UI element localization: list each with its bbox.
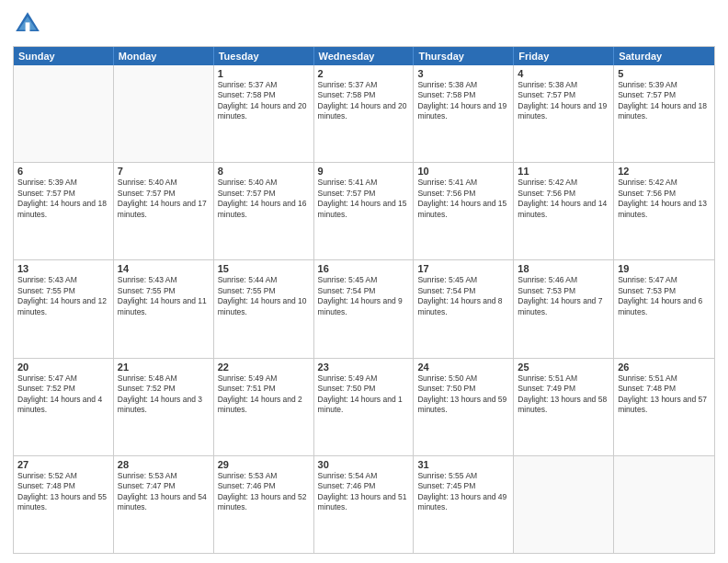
day-number: 5 [618,68,711,79]
calendar-cell-4-5 [514,456,614,553]
day-info: Sunrise: 5:37 AMSunset: 7:58 PMDaylight:… [318,80,410,122]
day-number: 10 [417,166,509,177]
calendar-cell-1-1: 7Sunrise: 5:40 AMSunset: 7:57 PMDaylight… [114,163,214,259]
calendar-cell-3-4: 24Sunrise: 5:50 AMSunset: 7:50 PMDayligh… [414,359,514,455]
day-info: Sunrise: 5:51 AMSunset: 7:49 PMDaylight:… [518,373,609,416]
calendar-cell-3-2: 22Sunrise: 5:49 AMSunset: 7:51 PMDayligh… [214,359,314,455]
day-info: Sunrise: 5:45 AMSunset: 7:54 PMDaylight:… [417,275,509,317]
header-day-saturday: Saturday [614,47,714,65]
day-info: Sunrise: 5:42 AMSunset: 7:56 PMDaylight:… [618,178,711,220]
calendar-header: SundayMondayTuesdayWednesdayThursdayFrid… [14,47,714,65]
day-info: Sunrise: 5:40 AMSunset: 7:57 PMDaylight:… [218,178,310,220]
day-info: Sunrise: 5:49 AMSunset: 7:50 PMDaylight:… [318,373,410,416]
calendar-cell-2-5: 18Sunrise: 5:46 AMSunset: 7:53 PMDayligh… [514,260,614,357]
day-number: 4 [518,68,609,79]
day-number: 1 [218,68,310,79]
day-number: 2 [318,68,410,79]
calendar-cell-1-5: 11Sunrise: 5:42 AMSunset: 7:56 PMDayligh… [514,163,614,259]
calendar-cell-0-5: 4Sunrise: 5:38 AMSunset: 7:57 PMDaylight… [514,65,614,162]
day-info: Sunrise: 5:51 AMSunset: 7:48 PMDaylight:… [618,373,711,416]
header-day-monday: Monday [114,47,214,65]
day-number: 21 [118,362,210,373]
day-info: Sunrise: 5:54 AMSunset: 7:46 PMDaylight:… [318,471,410,513]
day-number: 7 [118,166,210,177]
calendar-cell-0-4: 3Sunrise: 5:38 AMSunset: 7:58 PMDaylight… [414,65,514,162]
day-info: Sunrise: 5:52 AMSunset: 7:48 PMDaylight:… [17,471,109,513]
day-info: Sunrise: 5:45 AMSunset: 7:54 PMDaylight:… [318,275,410,317]
header-day-friday: Friday [514,47,614,65]
logo-icon [13,9,42,39]
calendar-cell-3-1: 21Sunrise: 5:48 AMSunset: 7:52 PMDayligh… [114,359,214,455]
day-info: Sunrise: 5:47 AMSunset: 7:53 PMDaylight:… [618,275,711,317]
day-number: 22 [218,362,310,373]
calendar-cell-2-3: 16Sunrise: 5:45 AMSunset: 7:54 PMDayligh… [314,260,415,357]
calendar-cell-2-1: 14Sunrise: 5:43 AMSunset: 7:55 PMDayligh… [114,260,214,357]
calendar-row-0: 1Sunrise: 5:37 AMSunset: 7:58 PMDaylight… [14,65,714,162]
day-number: 14 [118,263,210,274]
day-info: Sunrise: 5:49 AMSunset: 7:51 PMDaylight:… [218,373,310,416]
day-info: Sunrise: 5:48 AMSunset: 7:52 PMDaylight:… [118,373,210,416]
day-number: 30 [318,459,410,470]
calendar-cell-4-4: 31Sunrise: 5:55 AMSunset: 7:45 PMDayligh… [414,456,514,553]
page: SundayMondayTuesdayWednesdayThursdayFrid… [0,0,728,563]
day-number: 27 [17,459,109,470]
day-info: Sunrise: 5:53 AMSunset: 7:47 PMDaylight:… [118,471,210,513]
day-number: 12 [618,166,711,177]
day-number: 8 [218,166,310,177]
day-number: 9 [318,166,410,177]
day-info: Sunrise: 5:46 AMSunset: 7:53 PMDaylight:… [518,275,609,317]
day-number: 28 [118,459,210,470]
calendar-cell-1-6: 12Sunrise: 5:42 AMSunset: 7:56 PMDayligh… [614,163,714,259]
day-info: Sunrise: 5:41 AMSunset: 7:57 PMDaylight:… [318,178,410,220]
calendar: SundayMondayTuesdayWednesdayThursdayFrid… [13,46,715,554]
header-day-tuesday: Tuesday [214,47,314,65]
day-info: Sunrise: 5:44 AMSunset: 7:55 PMDaylight:… [218,275,310,317]
calendar-cell-1-3: 9Sunrise: 5:41 AMSunset: 7:57 PMDaylight… [314,163,415,259]
day-info: Sunrise: 5:50 AMSunset: 7:50 PMDaylight:… [417,373,509,416]
day-number: 11 [518,166,609,177]
calendar-cell-4-2: 29Sunrise: 5:53 AMSunset: 7:46 PMDayligh… [214,456,314,553]
day-number: 20 [17,362,109,373]
day-info: Sunrise: 5:43 AMSunset: 7:55 PMDaylight:… [17,275,109,317]
svg-rect-2 [26,22,30,31]
day-number: 31 [417,459,509,470]
day-info: Sunrise: 5:39 AMSunset: 7:57 PMDaylight:… [17,178,109,220]
day-number: 23 [318,362,410,373]
calendar-cell-1-2: 8Sunrise: 5:40 AMSunset: 7:57 PMDaylight… [214,163,314,259]
calendar-row-4: 27Sunrise: 5:52 AMSunset: 7:48 PMDayligh… [14,455,714,553]
day-number: 24 [417,362,509,373]
calendar-row-2: 13Sunrise: 5:43 AMSunset: 7:55 PMDayligh… [14,259,714,357]
day-info: Sunrise: 5:47 AMSunset: 7:52 PMDaylight:… [17,373,109,416]
day-info: Sunrise: 5:38 AMSunset: 7:57 PMDaylight:… [518,80,609,122]
day-number: 13 [17,263,109,274]
day-number: 16 [318,263,410,274]
calendar-cell-4-3: 30Sunrise: 5:54 AMSunset: 7:46 PMDayligh… [314,456,415,553]
calendar-cell-4-1: 28Sunrise: 5:53 AMSunset: 7:47 PMDayligh… [114,456,214,553]
day-number: 26 [618,362,711,373]
calendar-cell-4-0: 27Sunrise: 5:52 AMSunset: 7:48 PMDayligh… [14,456,114,553]
header-day-sunday: Sunday [14,47,114,65]
day-number: 19 [618,263,711,274]
calendar-cell-0-0 [14,65,114,162]
calendar-cell-2-0: 13Sunrise: 5:43 AMSunset: 7:55 PMDayligh… [14,260,114,357]
calendar-row-3: 20Sunrise: 5:47 AMSunset: 7:52 PMDayligh… [14,358,714,455]
calendar-cell-1-0: 6Sunrise: 5:39 AMSunset: 7:57 PMDaylight… [14,163,114,259]
calendar-cell-0-2: 1Sunrise: 5:37 AMSunset: 7:58 PMDaylight… [214,65,314,162]
day-info: Sunrise: 5:37 AMSunset: 7:58 PMDaylight:… [218,80,310,122]
calendar-cell-3-6: 26Sunrise: 5:51 AMSunset: 7:48 PMDayligh… [614,359,714,455]
calendar-cell-3-3: 23Sunrise: 5:49 AMSunset: 7:50 PMDayligh… [314,359,415,455]
calendar-cell-0-1 [114,65,214,162]
day-number: 18 [518,263,609,274]
header-day-thursday: Thursday [414,47,514,65]
calendar-cell-2-4: 17Sunrise: 5:45 AMSunset: 7:54 PMDayligh… [414,260,514,357]
calendar-cell-0-6: 5Sunrise: 5:39 AMSunset: 7:57 PMDaylight… [614,65,714,162]
day-number: 25 [518,362,609,373]
day-number: 17 [417,263,509,274]
calendar-cell-3-0: 20Sunrise: 5:47 AMSunset: 7:52 PMDayligh… [14,359,114,455]
calendar-cell-3-5: 25Sunrise: 5:51 AMSunset: 7:49 PMDayligh… [514,359,614,455]
day-info: Sunrise: 5:43 AMSunset: 7:55 PMDaylight:… [118,275,210,317]
day-info: Sunrise: 5:38 AMSunset: 7:58 PMDaylight:… [417,80,509,122]
calendar-cell-2-2: 15Sunrise: 5:44 AMSunset: 7:55 PMDayligh… [214,260,314,357]
day-info: Sunrise: 5:55 AMSunset: 7:45 PMDaylight:… [417,471,509,513]
day-info: Sunrise: 5:39 AMSunset: 7:57 PMDaylight:… [618,80,711,122]
